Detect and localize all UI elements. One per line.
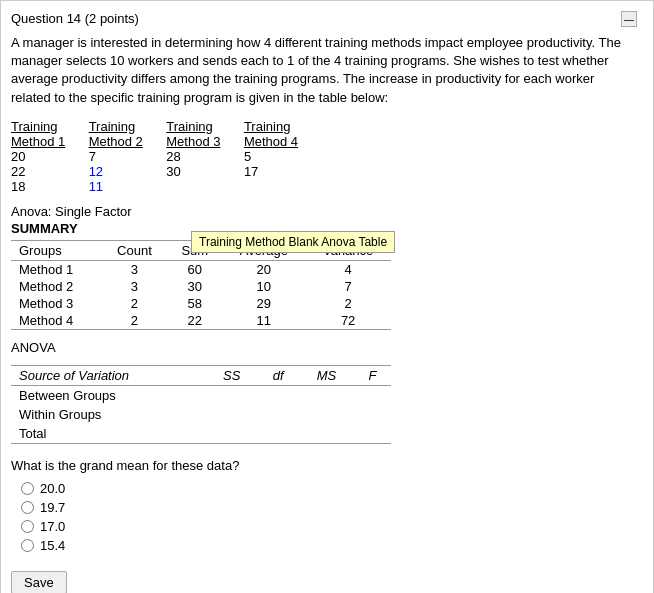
tm2-val3: 11 xyxy=(89,179,149,194)
cell-sum-m4: 22 xyxy=(167,312,222,330)
cell-var-m4: 72 xyxy=(305,312,391,330)
tm1-val1: 20 xyxy=(11,149,71,164)
anova-col-source: Source of Variation xyxy=(11,365,206,385)
tm1-val2: 22 xyxy=(11,164,71,179)
tm2-header2: Method 2 xyxy=(89,134,143,149)
summary-col-groups: Groups xyxy=(11,240,102,260)
label-19.7: 19.7 xyxy=(40,500,65,515)
anova-total-df xyxy=(258,424,300,444)
table-row: Method 3 2 58 29 2 xyxy=(11,295,391,312)
anova-within-f xyxy=(354,405,391,424)
anova-within-label: Within Groups xyxy=(11,405,206,424)
cell-var-m1: 4 xyxy=(305,260,391,278)
tooltip-box: Training Method Blank Anova Table xyxy=(191,231,395,253)
anova-within-df xyxy=(258,405,300,424)
cell-group-m2: Method 2 xyxy=(11,278,102,295)
option-15.4[interactable]: 15.4 xyxy=(21,538,637,553)
cell-count-m1: 3 xyxy=(102,260,167,278)
question-header: Question 14 (2 points) xyxy=(11,11,139,26)
tm2-val1: 7 xyxy=(89,149,149,164)
anova-between-ms xyxy=(299,385,354,405)
tm4-val2: 17 xyxy=(244,164,304,179)
tm2-header1: Training xyxy=(89,119,135,134)
cell-avg-m3: 29 xyxy=(222,295,305,312)
cell-group-m3: Method 3 xyxy=(11,295,102,312)
anova-col-ss: SS xyxy=(206,365,258,385)
tm4-header2: Method 4 xyxy=(244,134,298,149)
tm3-val1: 28 xyxy=(166,149,226,164)
anova-total-f xyxy=(354,424,391,444)
option-19.7[interactable]: 19.7 xyxy=(21,500,637,515)
cell-group-m4: Method 4 xyxy=(11,312,102,330)
table-row: Method 2 3 30 10 7 xyxy=(11,278,391,295)
training-methods-table: Training Method 1 20 22 18 Training Meth… xyxy=(11,119,637,194)
cell-count-m3: 2 xyxy=(102,295,167,312)
page-wrapper: Question 14 (2 points) ― A manager is in… xyxy=(0,0,654,593)
anova-total-ms xyxy=(299,424,354,444)
anova-within-ms xyxy=(299,405,354,424)
cell-avg-m4: 11 xyxy=(222,312,305,330)
summary-col-count: Count xyxy=(102,240,167,260)
anova-col-df: df xyxy=(258,365,300,385)
tm4-header1: Training xyxy=(244,119,290,134)
tm1-header1: Training xyxy=(11,119,57,134)
question-title: Question 14 (2 points) xyxy=(11,11,139,26)
anova-between-df xyxy=(258,385,300,405)
tm3-header1: Training xyxy=(166,119,212,134)
cell-sum-m2: 30 xyxy=(167,278,222,295)
radio-19.7[interactable] xyxy=(21,501,34,514)
cell-avg-m2: 10 xyxy=(222,278,305,295)
tm3-header2: Method 3 xyxy=(166,134,220,149)
question-text: A manager is interested in determining h… xyxy=(11,34,637,107)
anova-between-label: Between Groups xyxy=(11,385,206,405)
training-method-1-col: Training Method 1 20 22 18 xyxy=(11,119,71,194)
training-method-4-col: Training Method 4 5 17 xyxy=(244,119,304,179)
collapse-button[interactable]: ― xyxy=(621,11,637,27)
cell-group-m1: Method 1 xyxy=(11,260,102,278)
cell-avg-m1: 20 xyxy=(222,260,305,278)
label-15.4: 15.4 xyxy=(40,538,65,553)
training-method-3-col: Training Method 3 28 30 xyxy=(166,119,226,179)
answer-options: 20.0 19.7 17.0 15.4 xyxy=(21,481,637,553)
anova-within-row: Within Groups xyxy=(11,405,391,424)
table-row: Method 4 2 22 11 72 xyxy=(11,312,391,330)
summary-table: Groups Count Sum Average Variance Method… xyxy=(11,240,391,330)
anova-title: ANOVA xyxy=(11,340,637,355)
anova-single-factor-label: Anova: Single Factor xyxy=(11,204,637,219)
tm1-header2: Method 1 xyxy=(11,134,65,149)
radio-15.4[interactable] xyxy=(21,539,34,552)
option-17[interactable]: 17.0 xyxy=(21,519,637,534)
anova-table: Source of Variation SS df MS F Between G… xyxy=(11,365,391,444)
option-20[interactable]: 20.0 xyxy=(21,481,637,496)
radio-20[interactable] xyxy=(21,482,34,495)
cell-sum-m1: 60 xyxy=(167,260,222,278)
tm2-val2: 12 xyxy=(89,164,149,179)
anova-total-row: Total xyxy=(11,424,391,444)
anova-between-ss xyxy=(206,385,258,405)
tm1-val3: 18 xyxy=(11,179,71,194)
radio-17[interactable] xyxy=(21,520,34,533)
cell-var-m3: 2 xyxy=(305,295,391,312)
training-method-2-col: Training Method 2 7 12 11 xyxy=(89,119,149,194)
label-20: 20.0 xyxy=(40,481,65,496)
anova-total-ss xyxy=(206,424,258,444)
grand-mean-question: What is the grand mean for these data? xyxy=(11,458,637,473)
tm4-val1: 5 xyxy=(244,149,304,164)
anova-between-f xyxy=(354,385,391,405)
table-row: Method 1 3 60 20 4 xyxy=(11,260,391,278)
anova-col-f: F xyxy=(354,365,391,385)
anova-total-label: Total xyxy=(11,424,206,444)
label-17: 17.0 xyxy=(40,519,65,534)
cell-var-m2: 7 xyxy=(305,278,391,295)
tm3-val2: 30 xyxy=(166,164,226,179)
cell-count-m4: 2 xyxy=(102,312,167,330)
save-button[interactable]: Save xyxy=(11,571,67,593)
anova-col-ms: MS xyxy=(299,365,354,385)
anova-between-row: Between Groups xyxy=(11,385,391,405)
anova-within-ss xyxy=(206,405,258,424)
cell-sum-m3: 58 xyxy=(167,295,222,312)
cell-count-m2: 3 xyxy=(102,278,167,295)
